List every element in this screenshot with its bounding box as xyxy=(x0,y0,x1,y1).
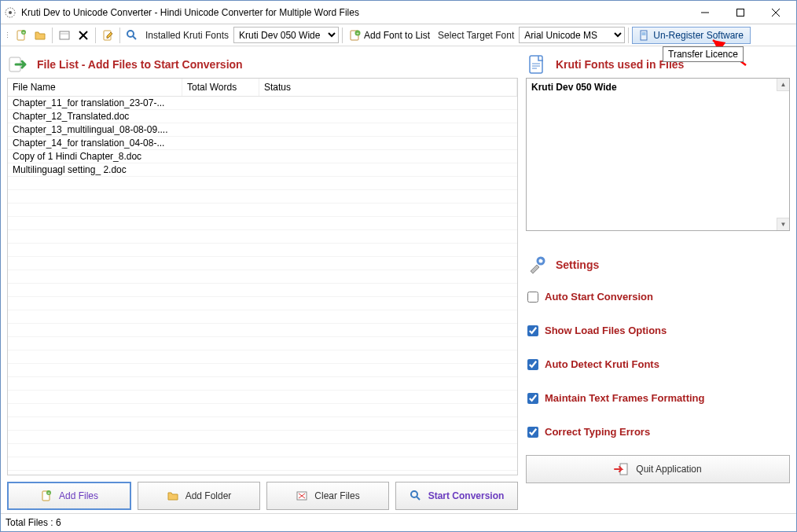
table-row[interactable]: Copy of 1 Hindi Chapter_8.doc xyxy=(8,150,517,163)
table-row[interactable] xyxy=(8,337,517,350)
kruti-fonts-list[interactable]: ▲ Kruti Dev 050 Wide ▼ xyxy=(526,78,790,231)
table-row[interactable] xyxy=(8,457,517,471)
kruti-font-select[interactable]: Kruti Dev 050 Wide xyxy=(233,27,339,43)
minimize-button[interactable] xyxy=(687,1,722,24)
add-font-label: Add Font to List xyxy=(364,30,430,41)
search-icon[interactable] xyxy=(123,27,141,44)
tools-icon xyxy=(526,254,548,276)
file-list-header: File List - Add Files to Start Conversio… xyxy=(7,51,518,78)
clear-files-button[interactable]: Clear Files xyxy=(266,482,389,510)
window-title: Kruti Dev to Unicode Converter - Hindi U… xyxy=(21,7,687,18)
table-row[interactable] xyxy=(8,284,517,297)
document-icon xyxy=(526,53,548,75)
toolbar: ⋮ + Installed Kruti Fonts Kruti Dev 050 … xyxy=(1,24,796,46)
svg-point-14 xyxy=(127,31,134,37)
list-item[interactable]: Kruti Dev 050 Wide xyxy=(531,82,784,93)
table-row[interactable] xyxy=(8,270,517,284)
checkbox[interactable] xyxy=(527,325,538,336)
checkbox[interactable] xyxy=(527,393,538,404)
table-row[interactable] xyxy=(8,431,517,444)
table-row[interactable] xyxy=(8,297,517,310)
table-row[interactable] xyxy=(8,364,517,377)
statusbar: Total Files : 6 xyxy=(1,513,796,530)
col-filename[interactable]: File Name xyxy=(8,79,182,96)
svg-line-15 xyxy=(133,36,136,39)
start-conversion-button[interactable]: Start Conversion xyxy=(395,482,518,510)
table-row[interactable] xyxy=(8,417,517,431)
col-status[interactable]: Status xyxy=(259,79,517,96)
setting-option[interactable]: Show Load Files Options xyxy=(527,325,790,336)
svg-line-30 xyxy=(417,497,420,500)
scroll-down-icon[interactable]: ▼ xyxy=(777,218,789,230)
installed-fonts-label: Installed Kruti Fonts xyxy=(142,30,232,41)
new-file-icon[interactable]: + xyxy=(13,27,30,44)
edit-file-icon[interactable] xyxy=(99,27,116,44)
table-row[interactable] xyxy=(8,324,517,337)
table-row[interactable] xyxy=(8,391,517,404)
table-row[interactable] xyxy=(8,204,517,217)
titlebar: Kruti Dev to Unicode Converter - Hindi U… xyxy=(1,1,796,24)
table-row[interactable] xyxy=(8,244,517,257)
table-row[interactable] xyxy=(8,217,517,230)
table-row[interactable] xyxy=(8,350,517,364)
scroll-up-icon[interactable]: ▲ xyxy=(777,79,789,91)
checkbox[interactable] xyxy=(527,427,538,438)
close-button[interactable] xyxy=(758,1,793,24)
delete-icon[interactable] xyxy=(75,27,92,44)
table-row[interactable] xyxy=(8,177,517,190)
table-row[interactable] xyxy=(8,257,517,270)
setting-option[interactable]: Maintain Text Frames Formatting xyxy=(527,392,790,404)
svg-text:+: + xyxy=(356,31,359,35)
table-row[interactable] xyxy=(8,190,517,204)
add-files-button[interactable]: + Add Files xyxy=(7,482,131,510)
checkbox[interactable] xyxy=(527,292,538,303)
clear-list-icon[interactable] xyxy=(56,27,73,44)
file-table: File Name Total Words Status Chapter_11_… xyxy=(7,78,518,475)
tooltip: Transfer Licence xyxy=(663,46,744,62)
col-totalwords[interactable]: Total Words xyxy=(182,79,259,96)
setting-option[interactable]: Correct Typing Errors xyxy=(527,426,790,438)
table-row[interactable] xyxy=(8,377,517,391)
table-row[interactable] xyxy=(8,444,517,457)
maximize-button[interactable] xyxy=(722,1,758,24)
add-folder-button[interactable]: Add Folder xyxy=(138,482,260,510)
table-row[interactable]: Chapter_12_Translated.doc xyxy=(8,110,517,123)
table-row[interactable] xyxy=(8,310,517,324)
select-target-label: Select Target Font xyxy=(435,30,517,41)
svg-text:+: + xyxy=(47,490,50,495)
checkbox[interactable] xyxy=(527,359,538,370)
setting-option[interactable]: Auto Detect Kruti Fonts xyxy=(527,358,790,370)
quit-button[interactable]: Quit Application xyxy=(526,455,790,483)
table-row[interactable]: Multilinguagl setting_ 2.doc xyxy=(8,163,517,177)
svg-rect-9 xyxy=(60,31,69,39)
svg-rect-3 xyxy=(736,9,744,16)
svg-text:+: + xyxy=(22,30,25,35)
arrow-right-icon xyxy=(7,53,29,75)
svg-rect-31 xyxy=(530,56,542,73)
setting-option[interactable]: Auto Start Conversion xyxy=(527,291,790,303)
target-font-select[interactable]: Arial Unicode MS xyxy=(519,27,625,43)
settings-header: Settings xyxy=(526,251,790,278)
table-row[interactable]: Chapter_11_for translation_23-07-... xyxy=(8,97,517,110)
table-row[interactable]: Chapter_14_for translation_04-08-... xyxy=(8,137,517,150)
svg-rect-20 xyxy=(642,32,646,35)
table-row[interactable] xyxy=(8,404,517,417)
add-font-button[interactable]: + Add Font to List xyxy=(346,29,433,42)
open-folder-icon[interactable] xyxy=(31,27,49,44)
svg-point-29 xyxy=(411,491,417,497)
table-row[interactable] xyxy=(8,230,517,244)
app-icon xyxy=(4,6,17,19)
svg-point-1 xyxy=(9,11,12,14)
table-row[interactable]: Chapter_13_multilingual_08-08-09.... xyxy=(8,123,517,137)
